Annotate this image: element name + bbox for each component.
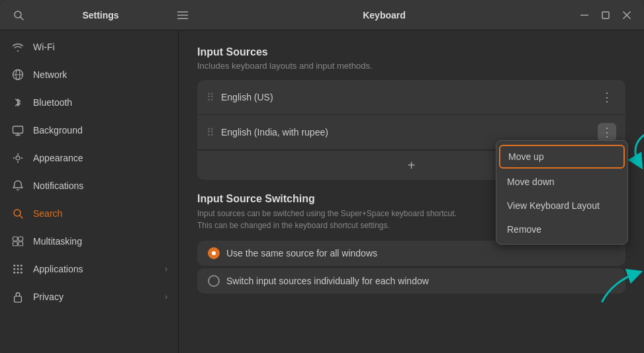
sidebar-item-background[interactable]: Background — [0, 116, 178, 144]
privacy-chevron: › — [165, 292, 167, 301]
input-sources-subtitle: Includes keyboard layouts and input meth… — [197, 61, 625, 71]
svg-point-28 — [21, 264, 23, 266]
sidebar-item-network[interactable]: Network — [0, 61, 178, 89]
settings-title: Settings — [33, 10, 168, 20]
sidebar-item-label-background: Background — [33, 125, 167, 136]
radio-option-individual[interactable]: Switch input sources individually for ea… — [197, 268, 625, 294]
more-button-en-in[interactable]: ⋮ — [598, 123, 616, 141]
wifi-icon — [11, 40, 25, 54]
svg-rect-25 — [19, 242, 23, 246]
network-icon — [11, 67, 25, 82]
svg-point-18 — [13, 157, 15, 159]
sidebar-item-wifi[interactable]: Wi-Fi — [0, 33, 178, 61]
applications-chevron: › — [165, 264, 167, 274]
input-source-name-en-us: English (US) — [221, 92, 598, 102]
svg-point-29 — [13, 268, 15, 270]
sidebar-item-label-search: Search — [33, 208, 167, 219]
sidebar-item-label-bluetooth: Bluetooth — [33, 97, 167, 108]
sidebar-item-label-wifi: Wi-Fi — [33, 42, 167, 52]
sidebar-item-label-applications: Applications — [33, 264, 157, 274]
sidebar-item-label-network: Network — [33, 69, 167, 80]
background-icon — [11, 123, 25, 137]
sidebar-item-privacy[interactable]: Privacy › — [0, 283, 178, 311]
apps-icon — [11, 262, 25, 276]
input-sources-box: ⠿ English (US) ⋮ ⠿ English (India, with … — [197, 80, 625, 180]
svg-point-16 — [17, 153, 19, 155]
svg-rect-6 — [602, 12, 609, 19]
svg-point-17 — [17, 161, 19, 163]
lock-icon — [11, 290, 25, 304]
settings-window: Settings Keyboard — [0, 0, 644, 353]
multitasking-icon — [11, 234, 25, 249]
titlebar-menu-button[interactable] — [172, 5, 193, 26]
input-source-row-en-us: ⠿ English (US) ⋮ — [197, 80, 625, 115]
input-source-name-en-in: English (India, with rupee) — [221, 127, 598, 137]
svg-rect-24 — [13, 242, 18, 246]
svg-point-27 — [17, 264, 19, 266]
svg-rect-22 — [13, 237, 18, 241]
sidebar-item-search[interactable]: Search — [0, 200, 178, 227]
dropdown-menu: Move up Move down View Keyboard Layout R… — [496, 140, 628, 245]
more-button-en-us[interactable]: ⋮ — [598, 88, 616, 106]
svg-rect-35 — [15, 296, 22, 302]
drag-handle-en-us[interactable]: ⠿ — [207, 91, 214, 104]
radio-label-same-source: Use the same source for all windows — [226, 248, 377, 258]
sidebar-item-appearance[interactable]: Appearance — [0, 144, 178, 172]
svg-point-31 — [21, 268, 23, 270]
sidebar-item-applications[interactable]: Applications › — [0, 255, 178, 283]
search-icon — [11, 206, 25, 221]
appearance-icon — [11, 151, 25, 165]
drag-handle-en-in[interactable]: ⠿ — [207, 126, 214, 139]
radio-circle-individual — [208, 275, 220, 287]
svg-line-21 — [20, 216, 23, 218]
svg-point-15 — [16, 156, 20, 160]
add-source-button[interactable]: + — [402, 156, 421, 175]
radio-label-individual: Switch input sources individually for ea… — [226, 276, 429, 286]
bell-icon — [11, 178, 25, 193]
main-content: Wi-Fi Network Bluetoot — [0, 30, 644, 353]
sidebar: Wi-Fi Network Bluetoot — [0, 30, 179, 353]
sidebar-item-notifications[interactable]: Notifications — [0, 172, 178, 200]
sidebar-item-multitasking[interactable]: Multitasking — [0, 227, 178, 255]
svg-point-19 — [21, 157, 23, 159]
svg-line-1 — [21, 17, 23, 20]
svg-point-34 — [21, 272, 23, 274]
content-panel: Input Sources Includes keyboard layouts … — [179, 30, 644, 353]
bluetooth-icon — [11, 95, 25, 110]
svg-point-26 — [13, 264, 15, 266]
radio-circle-same-source — [208, 247, 220, 259]
titlebar-center: Keyboard — [193, 10, 575, 20]
svg-rect-23 — [19, 237, 23, 241]
dropdown-item-move-down[interactable]: Move down — [496, 170, 627, 194]
sidebar-item-label-multitasking: Multitasking — [33, 236, 167, 247]
close-button[interactable] — [618, 6, 636, 24]
titlebar-controls — [575, 6, 636, 24]
dropdown-item-move-up[interactable]: Move up — [499, 145, 625, 169]
dropdown-item-remove[interactable]: Remove — [496, 217, 627, 241]
titlebar-search-button[interactable] — [8, 5, 29, 26]
sidebar-item-label-privacy: Privacy — [33, 292, 157, 302]
sidebar-item-label-notifications: Notifications — [33, 180, 167, 191]
sidebar-item-bluetooth[interactable]: Bluetooth — [0, 89, 178, 116]
minimize-button[interactable] — [575, 6, 594, 24]
keyboard-title: Keyboard — [363, 10, 406, 20]
input-source-row-en-in: ⠿ English (India, with rupee) ⋮ Move up … — [197, 115, 625, 150]
svg-point-33 — [17, 272, 19, 274]
svg-point-32 — [13, 272, 15, 274]
titlebar-left: Settings — [8, 5, 193, 26]
titlebar: Settings Keyboard — [0, 0, 644, 30]
maximize-button[interactable] — [596, 6, 615, 24]
svg-point-30 — [17, 268, 19, 270]
input-sources-title: Input Sources — [197, 46, 625, 58]
sidebar-item-label-appearance: Appearance — [33, 153, 167, 163]
dropdown-item-view-layout[interactable]: View Keyboard Layout — [496, 194, 627, 217]
svg-rect-12 — [13, 126, 23, 134]
